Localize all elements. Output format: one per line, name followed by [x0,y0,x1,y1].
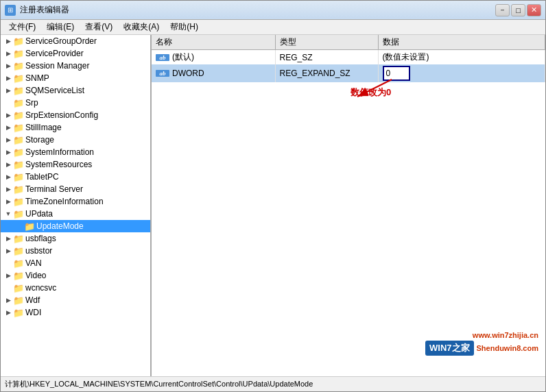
folder-icon: 📁 [13,98,24,108]
col-type: 类型 [275,35,378,50]
right-pane: 名称 类型 数据 ab(默认)REG_SZ(数值未设置)abDWORDREG_E… [152,35,545,376]
window-controls: － □ ✕ [495,4,541,16]
expand-icon[interactable]: ▶ [3,136,13,143]
expand-icon[interactable]: ▶ [3,198,13,205]
expand-icon[interactable]: ▶ [3,38,13,45]
reg-name-cell: abDWORD [156,69,271,78]
tree-item-label: Video [25,271,46,280]
tree-pane[interactable]: ▶📁ServiceGroupOrder▶📁ServiceProvider▶📁Se… [1,35,152,376]
tree-item[interactable]: ▶📁SNMP [1,72,150,84]
tree-item-label: Session Manager [25,61,89,71]
tree-item-label: Wdf [25,295,40,305]
tree-item[interactable]: ▶📁SystemResources [1,158,150,171]
expand-icon[interactable]: ▶ [3,173,13,180]
status-path: 计算机\HKEY_LOCAL_MACHINE\SYSTEM\CurrentCon… [5,379,541,389]
menu-favorites[interactable]: 收藏夹(A) [118,20,165,34]
close-button[interactable]: ✕ [527,4,541,16]
tree-item[interactable]: 📁VAN [1,257,150,269]
tree-item[interactable]: ▶📁Video [1,269,150,282]
dword-value-box[interactable]: 0 [383,66,410,81]
folder-icon: 📁 [13,147,24,158]
tree-item[interactable]: ▶📁usbflags [1,232,150,245]
tree-item[interactable]: 📁wcncsvc [1,282,150,294]
tree-item[interactable]: ▶📁TimeZoneInformation [1,195,150,208]
tree-item[interactable]: ▶📁ServiceGroupOrder [1,35,150,47]
tree-item[interactable]: ▶📁Storage [1,134,150,146]
expand-icon[interactable]: ▶ [3,50,13,57]
title-bar: ⊞ 注册表编辑器 － □ ✕ [1,1,545,20]
tree-item-label: ServiceGroupOrder [25,36,97,46]
tree-item-label: ServiceProvider [25,49,84,58]
tree-item[interactable]: ▶📁WDI [1,306,150,319]
tree-item[interactable]: ▶📁SrpExtensionConfig [1,109,150,121]
expand-icon[interactable]: ▶ [3,124,13,131]
tree-item-label: VAN [25,258,42,268]
reg-type-icon: ab [156,70,169,77]
expand-icon[interactable]: ▼ [3,210,13,217]
tree-item[interactable]: ▶📁Session Manager [1,60,150,72]
tree-item[interactable]: ▶📁StillImage [1,121,150,134]
menu-help[interactable]: 帮助(H) [165,20,204,34]
expand-icon[interactable]: ▶ [3,235,13,242]
expand-icon[interactable]: ▶ [3,87,13,94]
expand-icon[interactable]: ▶ [3,161,13,168]
expand-icon[interactable]: ▶ [3,297,13,304]
folder-icon: 📁 [13,234,24,244]
folder-icon: 📁 [13,49,24,59]
tree-item-label: UpdateMode [36,221,84,231]
tree-item-label: Terminal Server [25,184,83,194]
reg-type: REG_SZ [275,50,378,65]
tree-item[interactable]: 📁UpdateMode [1,220,150,232]
minimize-button[interactable]: － [495,4,510,16]
expand-icon[interactable]: ▶ [3,149,13,156]
tree-item[interactable]: 📁Srp [1,97,150,109]
status-bar: 计算机\HKEY_LOCAL_MACHINE\SYSTEM\CurrentCon… [1,376,545,391]
tree-item-label: Storage [25,135,54,145]
tree-item[interactable]: ▶📁SystemInformation [1,146,150,158]
expand-icon[interactable]: ▶ [3,62,13,69]
tree-item-label: SQMServiceList [25,86,84,95]
expand-icon[interactable]: ▶ [3,272,13,279]
menu-bar: 文件(F) 编辑(E) 查看(V) 收藏夹(A) 帮助(H) [1,20,545,35]
folder-icon: 📁 [13,271,24,281]
menu-edit[interactable]: 编辑(E) [41,20,80,34]
tree-item[interactable]: ▶📁SQMServiceList [1,84,150,97]
reg-data: 0 [378,64,545,82]
menu-file[interactable]: 文件(F) [3,20,41,34]
tree-item-label: usbstor [25,246,52,256]
expand-icon[interactable]: ▶ [3,112,13,119]
table-row[interactable]: ab(默认)REG_SZ(数值未设置) [152,50,545,65]
tree-item[interactable]: ▶📁TabletPC [1,171,150,183]
tree-item[interactable]: ▶📁Wdf [1,294,150,306]
table-row[interactable]: abDWORDREG_EXPAND_SZ0 [152,64,545,82]
folder-icon: 📁 [13,135,24,145]
expand-icon[interactable]: ▶ [3,75,13,82]
annotation-text: 数值改为0 [351,86,391,99]
registry-editor-window: ⊞ 注册表编辑器 － □ ✕ 文件(F) 编辑(E) 查看(V) 收藏夹(A) … [0,0,546,392]
tree-item-label: WDI [25,308,41,317]
tree-item-label: SrpExtensionConfig [25,110,98,120]
folder-icon: 📁 [13,160,24,170]
tree-item[interactable]: ▶📁ServiceProvider [1,47,150,60]
tree-item[interactable]: ▶📁usbstor [1,245,150,257]
expand-icon[interactable]: ▶ [3,186,13,193]
main-content: ▶📁ServiceGroupOrder▶📁ServiceProvider▶📁Se… [1,35,545,376]
expand-icon[interactable]: ▶ [3,309,13,316]
tree-item[interactable]: ▶📁Terminal Server [1,183,150,195]
reg-type-icon: ab [156,54,169,61]
tree-item-label: UPdata [25,209,53,219]
menu-view[interactable]: 查看(V) [80,20,118,34]
tree-item-label: StillImage [25,123,62,132]
expand-icon[interactable]: ▶ [3,247,13,254]
maximize-button[interactable]: □ [511,4,525,16]
tree-item[interactable]: ▼📁UPdata [1,208,150,220]
registry-table: 名称 类型 数据 ab(默认)REG_SZ(数值未设置)abDWORDREG_E… [152,35,545,82]
folder-icon: 📁 [13,209,24,219]
folder-icon: 📁 [13,295,24,306]
folder-icon: 📁 [13,61,24,71]
folder-icon: 📁 [13,36,24,47]
col-name: 名称 [152,35,275,50]
window-title: 注册表编辑器 [20,4,491,16]
folder-icon: 📁 [13,86,24,96]
reg-name: (默认) [172,51,194,63]
